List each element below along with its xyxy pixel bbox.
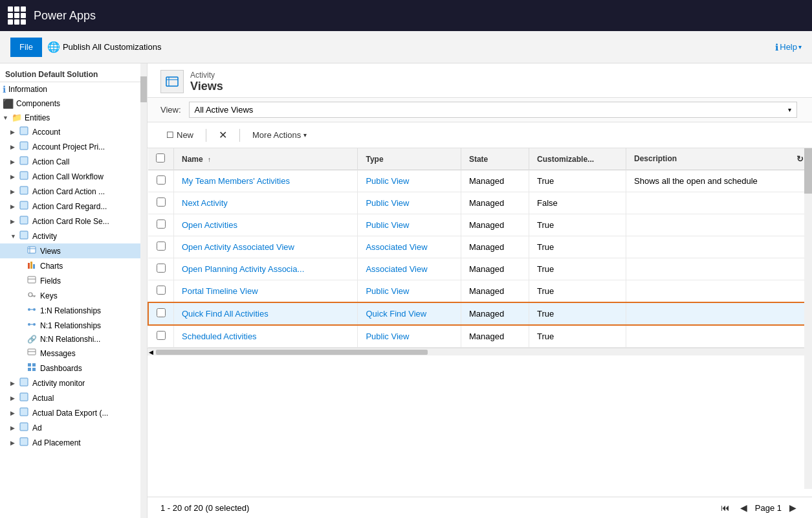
- sidebar-item-activity-monitor[interactable]: ▶Activity monitor: [0, 376, 147, 390]
- sidebar-item-fields[interactable]: Fields: [0, 273, 147, 288]
- table-row[interactable]: Quick Find All ActivitiesQuick Find View…: [148, 302, 811, 325]
- sidebar-item-action-card-action----[interactable]: ▶Action Card Action ...: [0, 184, 147, 199]
- sidebar-item-action-call-workflow[interactable]: ▶Action Call Workflow: [0, 169, 147, 184]
- row-checkbox[interactable]: [157, 308, 166, 317]
- secondary-bar: File 🌐 Publish All Customizations ℹ Help…: [0, 31, 812, 63]
- content-area: Activity Views View: All Active Views ▾ …: [148, 63, 812, 518]
- vertical-scrollbar[interactable]: [804, 148, 812, 489]
- sidebar-item-account[interactable]: ▶Account: [0, 124, 147, 139]
- col-customizable[interactable]: Customizable...: [529, 148, 626, 170]
- table-row[interactable]: Scheduled ActivitiesPublic ViewManagedTr…: [148, 325, 811, 348]
- col-checkbox[interactable]: [148, 148, 174, 170]
- help-button[interactable]: ℹ Help ▾: [775, 42, 802, 52]
- tree-arrow-icon: ▶: [10, 188, 17, 195]
- refresh-icon[interactable]: ↻: [796, 154, 804, 164]
- sidebar-item-dashboards[interactable]: Dashboards: [0, 361, 147, 376]
- col-type[interactable]: Type: [358, 148, 461, 170]
- sidebar-item-action-call[interactable]: ▶Action Call: [0, 154, 147, 169]
- new-button[interactable]: ☐ New: [160, 128, 199, 142]
- sidebar-item-ad[interactable]: ▶Ad: [0, 420, 147, 435]
- table-row[interactable]: Next ActivityPublic ViewManagedFalse: [148, 192, 811, 214]
- sidebar-scrollbar[interactable]: [140, 63, 147, 518]
- row-checkbox[interactable]: [157, 286, 166, 295]
- sidebar-scrollbar-thumb: [140, 76, 147, 102]
- action-divider-2: [239, 129, 240, 142]
- row-checkbox-cell[interactable]: [148, 325, 174, 348]
- table-row[interactable]: My Team Members' ActivitiesPublic ViewMa…: [148, 170, 811, 192]
- sidebar-item-actual-data-export-----[interactable]: ▶Actual Data Export (...: [0, 405, 147, 420]
- row-name[interactable]: Open Planning Activity Associa...: [174, 258, 358, 280]
- svg-rect-0: [20, 127, 28, 135]
- col-description[interactable]: Description ↻: [626, 148, 811, 170]
- sidebar-item-components[interactable]: ⬛ Components: [0, 96, 147, 111]
- row-name[interactable]: Portal Timeline View: [174, 280, 358, 303]
- next-page-button[interactable]: ▶: [787, 501, 799, 514]
- col-name[interactable]: Name ↑: [174, 148, 358, 170]
- sidebar-item-actual[interactable]: ▶Actual: [0, 390, 147, 405]
- row-checkbox[interactable]: [157, 197, 166, 207]
- row-type: Associated View: [358, 236, 461, 258]
- row-name[interactable]: Scheduled Activities: [174, 325, 358, 348]
- view-label: View:: [160, 105, 181, 115]
- more-actions-button[interactable]: More Actions ▾: [247, 128, 313, 142]
- publish-button[interactable]: 🌐 Publish All Customizations: [47, 41, 161, 53]
- svg-rect-8: [28, 247, 36, 253]
- row-checkbox[interactable]: [157, 175, 166, 185]
- row-name[interactable]: My Team Members' Activities: [174, 170, 358, 192]
- sidebar-item-charts[interactable]: Charts: [0, 258, 147, 273]
- sidebar-item-action-card-regard---[interactable]: ▶Action Card Regard...: [0, 199, 147, 214]
- svg-rect-6: [20, 216, 28, 224]
- row-checkbox-cell[interactable]: [148, 258, 174, 280]
- row-checkbox[interactable]: [157, 264, 166, 273]
- view-select-dropdown[interactable]: All Active Views ▾: [189, 102, 797, 118]
- row-name[interactable]: Open Activity Associated View: [174, 236, 358, 258]
- row-checkbox[interactable]: [157, 242, 166, 251]
- sidebar-item-entities[interactable]: ▼ 📁 Entities: [0, 111, 147, 124]
- table-row[interactable]: Open Activity Associated ViewAssociated …: [148, 236, 811, 258]
- row-name[interactable]: Open Activities: [174, 214, 358, 236]
- col-state[interactable]: State: [461, 148, 529, 170]
- svg-rect-34: [20, 423, 28, 431]
- tree-item-label: Ad: [32, 423, 42, 433]
- app-title: Power Apps: [34, 9, 96, 23]
- sidebar-item-messages[interactable]: Messages: [0, 346, 147, 361]
- row-name[interactable]: Quick Find All Activities: [174, 302, 358, 325]
- scroll-left-icon[interactable]: ◀: [148, 349, 155, 355]
- row-checkbox-cell[interactable]: [148, 280, 174, 303]
- table-row[interactable]: Portal Timeline ViewPublic ViewManagedTr…: [148, 280, 811, 303]
- row-state: Managed: [461, 192, 529, 214]
- waffle-menu[interactable]: [8, 6, 26, 25]
- sidebar-item-account-project-pri---[interactable]: ▶Account Project Pri...: [0, 139, 147, 154]
- sidebar-item-1-n-relationships[interactable]: 1:N Relationships: [0, 303, 147, 318]
- row-checkbox-cell[interactable]: [148, 170, 174, 192]
- select-all-checkbox[interactable]: [156, 153, 165, 163]
- row-checkbox-cell[interactable]: [148, 236, 174, 258]
- row-checkbox-cell[interactable]: [148, 214, 174, 236]
- entities-icon: 📁: [12, 113, 22, 122]
- first-page-button[interactable]: ⏮: [718, 501, 732, 514]
- sidebar-item-ad-placement[interactable]: ▶Ad Placement: [0, 435, 147, 450]
- sidebar-item-activity[interactable]: ▼Activity: [0, 229, 147, 243]
- row-checkbox[interactable]: [157, 331, 166, 340]
- row-checkbox[interactable]: [157, 220, 166, 229]
- horizontal-scrollbar[interactable]: ◀ ▶: [148, 348, 812, 355]
- sidebar-item-n-n-relationshi---[interactable]: 🔗N:N Relationshi...: [0, 333, 147, 346]
- delete-button[interactable]: ✕: [213, 126, 233, 144]
- sidebar-item-views[interactable]: Views: [0, 243, 147, 258]
- table-row[interactable]: Open Planning Activity Associa...Associa…: [148, 258, 811, 280]
- sidebar-item-action-card-role-se---[interactable]: ▶Action Card Role Se...: [0, 214, 147, 229]
- tree-item-icon: [19, 377, 30, 388]
- sidebar-item-n-1-relationships[interactable]: N:1 Relationships: [0, 318, 147, 333]
- sidebar-item-information[interactable]: ℹ Information: [0, 82, 147, 96]
- sidebar-item-keys[interactable]: Keys: [0, 288, 147, 303]
- row-name[interactable]: Next Activity: [174, 192, 358, 214]
- tree-arrow-icon: ▶: [10, 395, 17, 401]
- file-button[interactable]: File: [10, 38, 42, 57]
- waffle-dot: [21, 13, 26, 18]
- row-checkbox-cell[interactable]: [148, 192, 174, 214]
- prev-page-button[interactable]: ◀: [738, 501, 750, 514]
- row-state: Managed: [461, 302, 529, 325]
- table-row[interactable]: Open ActivitiesPublic ViewManagedTrue: [148, 214, 811, 236]
- waffle-dot: [14, 13, 19, 18]
- row-checkbox-cell[interactable]: [148, 302, 174, 325]
